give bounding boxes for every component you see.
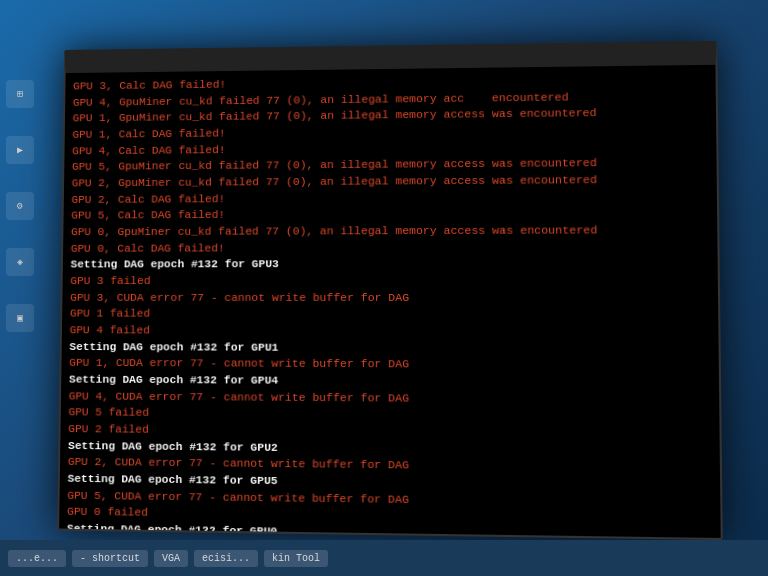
terminal-title: C:\ (71, 56, 90, 68)
sidebar: ⊞ ▶ ⚙ ◈ ▣ (6, 80, 34, 332)
sidebar-icon-5: ▣ (6, 304, 34, 332)
terminal-line: GPU 1 failed (70, 306, 710, 324)
terminal-wrapper: C:\ GPU 3, Calc DAG failed!GPU 4, GpuMin… (57, 41, 723, 540)
desktop: ⊞ ▶ ⚙ ◈ ▣ C:\ GPU 3, Calc DAG failed!GPU… (0, 0, 768, 576)
terminal-line: GPU 3, CUDA error 77 - cannot write buff… (70, 290, 710, 307)
taskbar-item-1[interactable]: ...e... (8, 550, 66, 567)
taskbar-item-2[interactable]: - shortcut (72, 550, 148, 567)
terminal-line: Setting DAG epoch #132 for GPU3 (70, 256, 709, 274)
taskbar: ...e... - shortcut VGA ecisi... kin Tool (0, 540, 768, 576)
taskbar-item-5[interactable]: kin Tool (264, 550, 328, 567)
sidebar-icon-1: ⊞ (6, 80, 34, 108)
sidebar-icon-3: ⚙ (6, 192, 34, 220)
terminal-line: GPU 4 failed (70, 322, 711, 340)
taskbar-item-4[interactable]: ecisi... (194, 550, 258, 567)
terminal-line: GPU 0, Calc DAG failed! (71, 239, 710, 257)
sidebar-icon-4: ◈ (6, 248, 34, 276)
sidebar-icon-2: ▶ (6, 136, 34, 164)
terminal-line: GPU 0, CUDA error 77 - cannot write buff… (67, 537, 713, 538)
terminal-line: GPU 3 failed (70, 273, 709, 290)
terminal-line: GPU 0, GpuMiner cu_kd failed 77 (0), an … (71, 222, 709, 241)
terminal-content: GPU 3, Calc DAG failed!GPU 4, GpuMiner c… (59, 65, 721, 538)
terminal-window: C:\ GPU 3, Calc DAG failed!GPU 4, GpuMin… (57, 41, 723, 540)
taskbar-item-3[interactable]: VGA (154, 550, 188, 567)
